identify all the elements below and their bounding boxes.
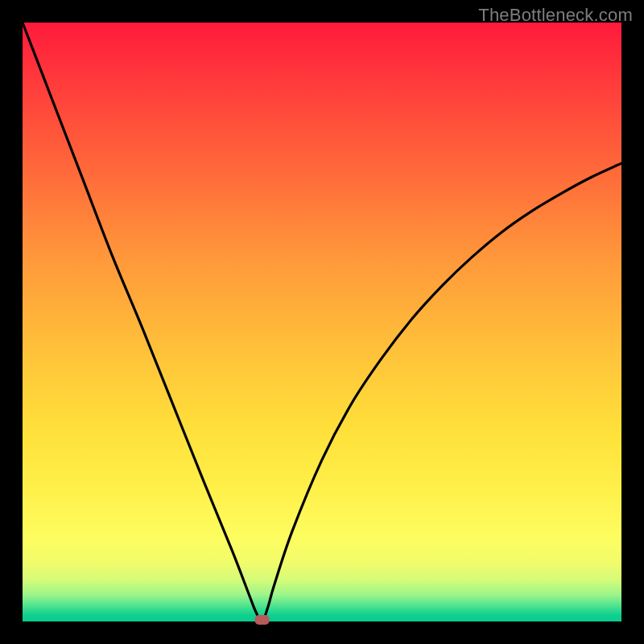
optimal-marker <box>255 615 270 625</box>
chart-frame: TheBottleneck.com <box>0 0 644 644</box>
plot-area <box>23 23 621 621</box>
curve-layer <box>23 23 621 621</box>
bottleneck-curve <box>23 23 621 621</box>
